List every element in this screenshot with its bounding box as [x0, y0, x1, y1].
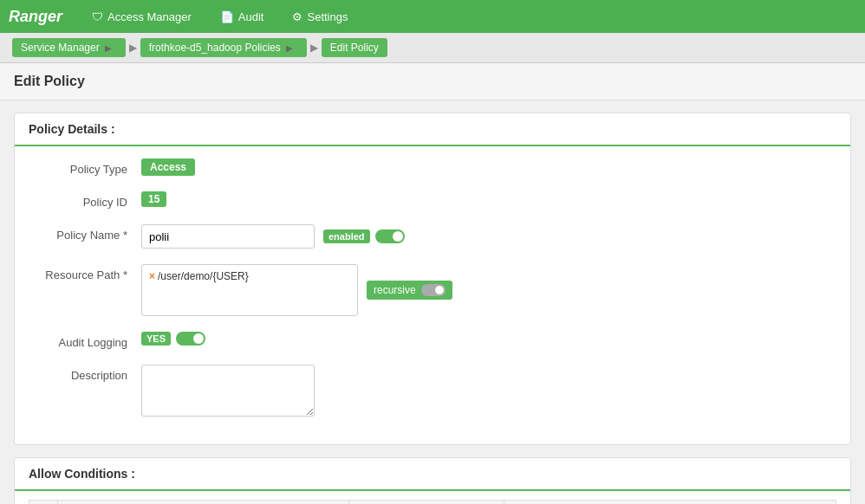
description-controls [141, 365, 836, 417]
allow-conditions-table: Select Group Select User Permissions ⠿ [29, 500, 836, 504]
enabled-label: enabled [323, 229, 370, 243]
policy-type-badge: Access [141, 158, 195, 176]
policy-type-row: Policy Type Access [29, 158, 836, 176]
nav-access-manager[interactable]: 🛡 Access Manager [80, 3, 204, 30]
policy-details-body: Policy Type Access Policy ID 15 Policy N… [15, 146, 850, 444]
breadcrumb-bar: Service Manager ▶ frothkoe-d5_hadoop Pol… [0, 33, 865, 63]
audit-toggle-wrap: YES [141, 332, 205, 346]
breadcrumb-hadoop-policies[interactable]: frothkoe-d5_hadoop Policies [140, 38, 307, 57]
page-title: Edit Policy [14, 74, 851, 89]
policy-name-row: Policy Name * enabled [29, 224, 836, 249]
audit-yes-label: YES [141, 332, 171, 346]
select-group-header: Select Group [58, 501, 349, 505]
breadcrumb: Service Manager ▶ frothkoe-d5_hadoop Pol… [12, 38, 387, 57]
shield-icon: 🛡 [92, 10, 103, 23]
allow-conditions-header: Allow Conditions : [15, 458, 850, 491]
resource-tag-value: /user/demo/{USER} [158, 270, 249, 282]
brand-logo: Ranger [9, 8, 62, 26]
resource-path-label: Resource Path * [29, 264, 141, 281]
main-content: Policy Details : Policy Type Access Poli… [0, 100, 865, 504]
table-header-row: Select Group Select User Permissions [29, 501, 836, 505]
policy-name-input[interactable] [141, 224, 315, 249]
resource-path-row: Resource Path * × /user/demo/{USER} recu… [29, 264, 836, 316]
page-title-bar: Edit Policy [0, 63, 865, 100]
nav-settings-label: Settings [307, 10, 348, 23]
policy-id-badge: 15 [141, 191, 166, 207]
permissions-header: Permissions [504, 501, 836, 505]
breadcrumb-edit-policy[interactable]: Edit Policy [322, 38, 387, 57]
policy-name-label: Policy Name * [29, 224, 141, 242]
drag-col-header [29, 501, 58, 505]
description-input[interactable] [141, 365, 315, 417]
audit-logging-label: Audit Logging [29, 332, 141, 349]
top-nav: Ranger 🛡 Access Manager 📄 Audit ⚙ Settin… [0, 0, 865, 33]
policy-details-header: Policy Details : [15, 113, 850, 146]
policy-details-card: Policy Details : Policy Type Access Poli… [14, 113, 851, 445]
allow-conditions-body: Select Group Select User Permissions ⠿ [15, 491, 850, 504]
resource-tag-remove[interactable]: × [149, 270, 155, 282]
enabled-toggle[interactable] [375, 229, 405, 243]
audit-icon: 📄 [220, 10, 234, 23]
nav-items: 🛡 Access Manager 📄 Audit ⚙ Settings [80, 3, 360, 30]
policy-id-label: Policy ID [29, 191, 141, 209]
policy-type-label: Policy Type [29, 158, 141, 176]
policy-id-value: 15 [141, 191, 836, 207]
resource-path-tag: × /user/demo/{USER} [149, 270, 249, 282]
resource-path-input-box[interactable]: × /user/demo/{USER} [141, 264, 358, 316]
audit-logging-controls: YES [141, 332, 836, 346]
audit-logging-row: Audit Logging YES [29, 332, 836, 349]
breadcrumb-arrow-1: ▶ [129, 42, 137, 54]
nav-access-manager-label: Access Manager [107, 10, 192, 23]
breadcrumb-service-manager[interactable]: Service Manager [12, 38, 126, 57]
nav-audit-label: Audit [238, 10, 264, 23]
audit-toggle[interactable] [176, 332, 205, 346]
nav-settings[interactable]: ⚙ Settings [280, 3, 360, 30]
description-label: Description [29, 365, 141, 382]
allow-conditions-card: Allow Conditions : Select Group Select U… [14, 457, 851, 504]
policy-name-controls: enabled [141, 224, 836, 249]
resource-path-controls: × /user/demo/{USER} recursive [141, 264, 836, 316]
policy-type-value: Access [141, 158, 836, 176]
recursive-toggle[interactable] [421, 284, 446, 296]
description-row: Description [29, 365, 836, 417]
enabled-toggle-wrap: enabled [323, 229, 405, 243]
recursive-toggle-wrap: recursive [367, 281, 452, 300]
nav-audit[interactable]: 📄 Audit [208, 3, 276, 30]
recursive-label: recursive [374, 284, 416, 296]
gear-icon: ⚙ [292, 10, 302, 23]
select-user-header: Select User [349, 501, 504, 505]
policy-id-row: Policy ID 15 [29, 191, 836, 209]
breadcrumb-arrow-2: ▶ [310, 42, 318, 54]
